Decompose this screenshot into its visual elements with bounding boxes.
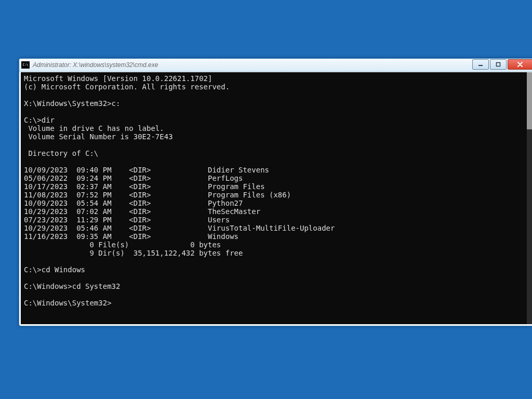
maximize-button[interactable] [490, 59, 507, 70]
minimize-button[interactable] [472, 59, 489, 70]
window-controls [472, 59, 532, 70]
window-title: Administrator: X:\windows\system32\cmd.e… [33, 61, 158, 69]
close-button[interactable] [508, 59, 532, 70]
scrollbar-track[interactable] [527, 72, 532, 324]
cmd-icon [21, 61, 30, 69]
cmd-window: Administrator: X:\windows\system32\cmd.e… [19, 58, 532, 326]
svg-rect-1 [497, 63, 500, 66]
titlebar[interactable]: Administrator: X:\windows\system32\cmd.e… [19, 59, 532, 72]
client-area: Microsoft Windows [Version 10.0.22621.17… [21, 72, 532, 324]
terminal-output[interactable]: Microsoft Windows [Version 10.0.22621.17… [21, 72, 532, 324]
scrollbar-thumb[interactable] [527, 72, 532, 129]
